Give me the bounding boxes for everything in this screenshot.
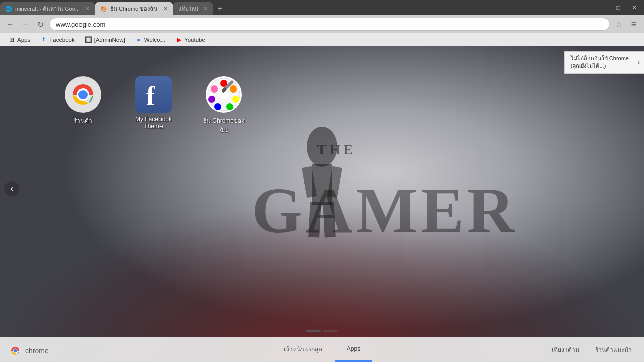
svg-point-21 [232,96,239,103]
indicator-segment-1 [306,330,321,332]
indicator-segment-2 [323,330,338,332]
back-button[interactable]: ← [4,18,16,30]
youtube-icon: ▶ [175,36,182,43]
address-bar: ← → ↻ www.google.com ☆ ≡ [0,15,644,33]
url-bar[interactable]: www.google.com [49,18,610,31]
tab-chrome-theme[interactable]: 🎨 ธีม Chrome ของฉัน ✕ [95,2,173,15]
svg-point-23 [214,103,221,110]
tab-favicon-1: 🌐 [5,6,12,12]
reload-button[interactable]: ↻ [34,18,46,30]
bottom-tabs: เว้าหน้าแรกสุด Apps [272,337,372,362]
bookmarks-bar: ⊞ Apps f Facebook 🔲 [AdminNew] ● Welco..… [0,33,644,46]
paint-theme-icon-svg [206,76,242,113]
url-text: www.google.com [56,21,105,28]
chrome-logo-text: chrome [25,347,49,355]
svg-point-20 [230,85,237,93]
bookmark-adminnew-label: [AdminNew] [94,37,125,43]
notification-line1: ไม่ได้ล็อกอินใช้ Chrome [571,55,629,62]
apps-icon: ⊞ [8,36,15,43]
app-store[interactable]: ร้านค้า [60,76,106,125]
svg-point-25 [211,85,218,93]
new-tab-button[interactable]: + [213,2,226,15]
chrome-theme-label: ธีม Chromeของฉัน [201,116,247,135]
title-bar: 🌐 minecraft - ค้นหาใน Goo... ✕ 🎨 ธีม Chr… [0,0,644,15]
bookmark-facebook-label: Facebook [49,37,75,43]
facebook-icon: f [40,36,47,43]
maximize-button[interactable]: □ [611,3,626,13]
chrome-logo-area: chrome [8,344,49,358]
bottom-tab-new-tab-page[interactable]: เว้าหน้าแรกสุด [272,337,335,362]
facebook-icon-container: f [135,76,172,113]
indicator-line [306,330,338,332]
tab-label-2: ธีม Chrome ของฉัน [110,4,158,13]
bookmark-apps[interactable]: ⊞ Apps [4,35,34,44]
menu-button[interactable]: ≡ [628,18,640,30]
chrome-icon-container [65,76,101,113]
svg-rect-8 [308,202,321,237]
adminnew-icon: 🔲 [85,36,92,43]
svg-point-24 [208,96,215,103]
bookmark-star-button[interactable]: ☆ [613,18,625,30]
svg-point-31 [14,349,17,353]
bottom-tab-label-2: Apps [347,345,360,352]
tab-close-3[interactable]: ✕ [203,6,208,12]
welcome-icon: ● [135,36,142,43]
store-button[interactable]: ร้านค้าแนะนำ [591,343,636,356]
bookmark-youtube[interactable]: ▶ Youtube [171,35,209,44]
svg-point-4 [307,127,337,167]
tab-minecraft[interactable]: 🌐 minecraft - ค้นหาใน Goo... ✕ [0,2,95,15]
tab-favicon-2: 🎨 [100,6,107,12]
bookmark-adminnew[interactable]: 🔲 [AdminNew] [81,35,129,44]
tabs-container: 🌐 minecraft - ค้นหาใน Goo... ✕ 🎨 ธีม Chr… [0,0,595,15]
svg-text:GAMER: GAMER [252,174,517,246]
bottom-tab-label-1: เว้าหน้าแรกสุด [284,344,323,354]
bookmark-youtube-label: Youtube [184,37,205,43]
svg-point-22 [226,103,233,110]
forward-button[interactable]: → [19,18,31,30]
notification-bar[interactable]: ไม่ได้ล็อกอินใช้ Chrome (คุณยังไม่ได้...… [564,51,644,74]
tab-close-2[interactable]: ✕ [163,6,168,12]
bottom-right-actions: เที่ยง↑ด้าน ร้านค้าแนะนำ [548,337,636,362]
window-controls: – □ ✕ [595,3,644,13]
notification-line2: (คุณยังไม่ได้...) [571,62,629,70]
minimize-button[interactable]: – [595,3,610,13]
close-button[interactable]: ✕ [627,3,642,13]
facebook-theme-label: My Facebook Theme [131,116,176,130]
chrome-icon-svg [65,76,101,113]
bookmark-facebook[interactable]: f Facebook [36,35,79,44]
bookmark-welcome-label: Welco... [144,37,165,43]
svg-rect-9 [323,202,336,237]
settings-button[interactable]: เที่ยง↑ด้าน [548,343,583,356]
tab-label-1: minecraft - ค้นหาใน Goo... [15,4,80,13]
apps-area: ร้านค้า f My Facebook Theme [60,76,247,135]
chrome-logo-bottom [8,344,22,358]
facebook-theme-icon-svg: f [135,76,172,113]
tab-label-3: แท็บใหม่ [178,4,198,13]
main-content: THE GAMER ไม่ได้ล็อกอินใช้ Chrome (คุณยั… [0,46,644,362]
bookmark-apps-label: Apps [17,37,30,43]
bottom-tab-apps[interactable]: Apps [335,337,372,362]
app-chrome-theme[interactable]: ธีม Chromeของฉัน [201,76,247,135]
tab-new[interactable]: แท็บใหม่ ✕ [173,2,213,15]
bottom-bar: chrome เว้าหน้าแรกสุด Apps เที่ยง↑ด้าน ร… [0,337,644,362]
app-facebook-theme[interactable]: f My Facebook Theme [131,76,176,130]
svg-text:f: f [146,81,155,110]
bookmark-welcome[interactable]: ● Welco... [131,35,169,44]
prev-arrow-button[interactable]: ‹ [4,181,19,196]
tab-close-1[interactable]: ✕ [85,6,90,12]
store-label: ร้านค้า [74,116,92,125]
paint-icon-container [206,76,242,113]
